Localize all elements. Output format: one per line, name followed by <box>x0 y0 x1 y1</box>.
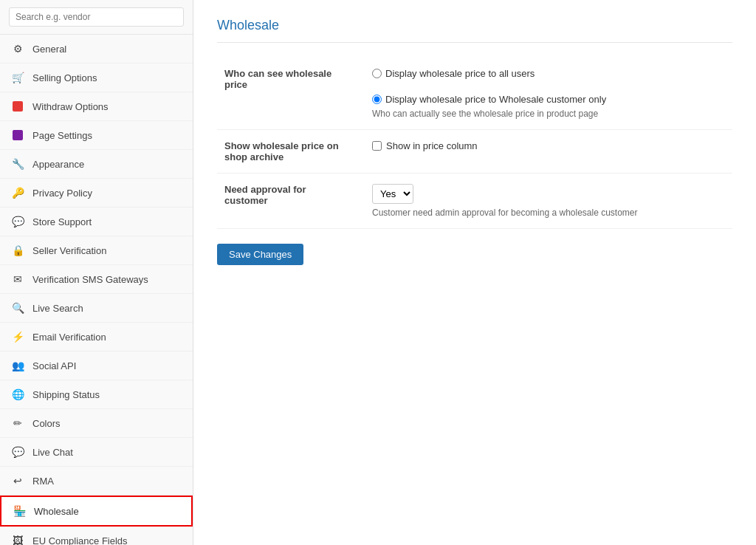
sidebar-item-label: Social API <box>32 360 76 371</box>
radio-text-wholesale-only: Display wholesale price to Wholesale cus… <box>385 94 606 105</box>
who-can-see-description: Who can actually see the wholesale price… <box>372 109 725 119</box>
search-input[interactable] <box>9 7 184 27</box>
sidebar-item-label: Selling Options <box>32 72 97 83</box>
sidebar-item-label: Page Settings <box>32 130 92 141</box>
show-price-row: Show wholesale price on shop archive Sho… <box>217 130 732 174</box>
radio-group-who-can-see: Display wholesale price to all users Dis… <box>372 68 725 105</box>
sidebar-item-store-support[interactable]: 💬 Store Support <box>0 208 193 236</box>
sidebar-item-label: Email Verification <box>32 332 106 343</box>
checkbox-label-show-price[interactable]: Show in price column <box>372 140 725 151</box>
save-changes-button[interactable]: Save Changes <box>217 244 303 265</box>
sidebar-item-label: Live Chat <box>32 447 73 458</box>
sidebar-item-label: Shipping Status <box>32 389 100 400</box>
sidebar-item-shipping-status[interactable]: 🌐 Shipping Status <box>0 380 193 409</box>
sidebar-item-verification-sms[interactable]: ✉ Verification SMS Gateways <box>0 265 193 294</box>
sidebar-item-live-search[interactable]: 🔍 Live Search <box>0 294 193 323</box>
sidebar-item-label: Live Search <box>32 303 83 314</box>
sidebar-item-live-chat[interactable]: 💬 Live Chat <box>0 438 193 467</box>
sidebar-item-appearance[interactable]: 🔧 Appearance <box>0 150 193 179</box>
sidebar-item-label: General <box>32 44 66 55</box>
sidebar-item-wholesale[interactable]: 🏪 Wholesale <box>0 496 193 527</box>
sidebar-item-label: Appearance <box>32 159 84 170</box>
page-icon <box>10 128 25 143</box>
sidebar-item-label: Verification SMS Gateways <box>32 274 148 285</box>
radio-all-users[interactable] <box>372 69 382 78</box>
sidebar-item-eu-compliance[interactable]: 🖼 EU Compliance Fields <box>0 527 193 545</box>
sidebar-item-seller-verification[interactable]: 🔒 Seller Verification <box>0 236 193 265</box>
colors-icon: ✏ <box>10 416 25 431</box>
settings-form: Who can see wholesale price Display whol… <box>217 58 732 229</box>
sidebar-item-social-api[interactable]: 👥 Social API <box>0 352 193 380</box>
sidebar-item-selling-options[interactable]: 🛒 Selling Options <box>0 64 193 92</box>
sidebar-search-container <box>0 0 193 35</box>
sidebar-item-privacy-policy[interactable]: 🔑 Privacy Policy <box>0 179 193 208</box>
need-approval-description: Customer need admin approval for becomin… <box>372 208 725 218</box>
privacy-icon: 🔑 <box>10 185 25 200</box>
sidebar-item-label: Withdraw Options <box>32 101 109 112</box>
page-title: Wholesale <box>217 18 732 43</box>
sidebar-item-label: EU Compliance Fields <box>32 535 128 546</box>
sidebar-item-general[interactable]: ⚙ General <box>0 35 193 64</box>
sidebar-item-withdraw-options[interactable]: Withdraw Options <box>0 92 193 121</box>
need-approval-row: Need approval for customer Yes No Custom… <box>217 174 732 229</box>
sidebar-item-label: RMA <box>32 476 54 487</box>
sidebar-item-label: Privacy Policy <box>32 188 92 199</box>
main-content: Wholesale Who can see wholesale price Di… <box>193 0 756 545</box>
approval-select[interactable]: Yes No <box>372 184 413 204</box>
sidebar-item-label: Seller Verification <box>32 245 106 256</box>
verify-icon: 🔒 <box>10 243 25 258</box>
radio-wholesale-only[interactable] <box>372 95 382 104</box>
sidebar-nav: ⚙ General 🛒 Selling Options Withdraw Opt… <box>0 35 193 545</box>
sms-icon: ✉ <box>10 272 25 287</box>
gear-icon: ⚙ <box>10 41 25 56</box>
field-label-need-approval: Need approval for customer <box>217 174 365 229</box>
sidebar-item-rma[interactable]: ↩ RMA <box>0 467 193 496</box>
cart-icon: 🛒 <box>10 70 25 85</box>
sidebar: ⚙ General 🛒 Selling Options Withdraw Opt… <box>0 0 193 545</box>
radio-label-wholesale-only[interactable]: Display wholesale price to Wholesale cus… <box>372 94 606 105</box>
shipping-icon: 🌐 <box>10 387 25 402</box>
search-icon: 🔍 <box>10 301 25 315</box>
wholesale-icon: 🏪 <box>12 504 27 518</box>
field-value-need-approval: Yes No Customer need admin approval for … <box>365 174 732 229</box>
withdraw-icon <box>10 99 25 114</box>
sidebar-item-colors[interactable]: ✏ Colors <box>0 409 193 438</box>
field-label-who-can-see: Who can see wholesale price <box>217 58 365 130</box>
appear-icon: 🔧 <box>10 157 25 171</box>
eu-icon: 🖼 <box>10 533 25 545</box>
radio-label-all-users[interactable]: Display wholesale price to all users <box>372 68 535 79</box>
sidebar-item-label: Wholesale <box>34 506 79 517</box>
field-label-show-price: Show wholesale price on shop archive <box>217 130 365 174</box>
support-icon: 💬 <box>10 214 25 229</box>
field-value-show-price: Show in price column <box>365 130 732 174</box>
checkbox-text-show-price: Show in price column <box>386 140 478 151</box>
chat-icon: 💬 <box>10 445 25 459</box>
field-value-who-can-see: Display wholesale price to all users Dis… <box>365 58 732 130</box>
sidebar-item-label: Store Support <box>32 216 92 227</box>
sidebar-item-label: Colors <box>32 418 61 429</box>
who-can-see-row: Who can see wholesale price Display whol… <box>217 58 732 130</box>
radio-text-all-users: Display wholesale price to all users <box>385 68 535 79</box>
checkbox-show-price[interactable] <box>372 141 382 151</box>
sidebar-item-page-settings[interactable]: Page Settings <box>0 121 193 150</box>
rma-icon: ↩ <box>10 473 25 488</box>
social-icon: 👥 <box>10 358 25 373</box>
sidebar-item-email-verification[interactable]: ⚡ Email Verification <box>0 323 193 352</box>
email-icon: ⚡ <box>10 329 25 344</box>
